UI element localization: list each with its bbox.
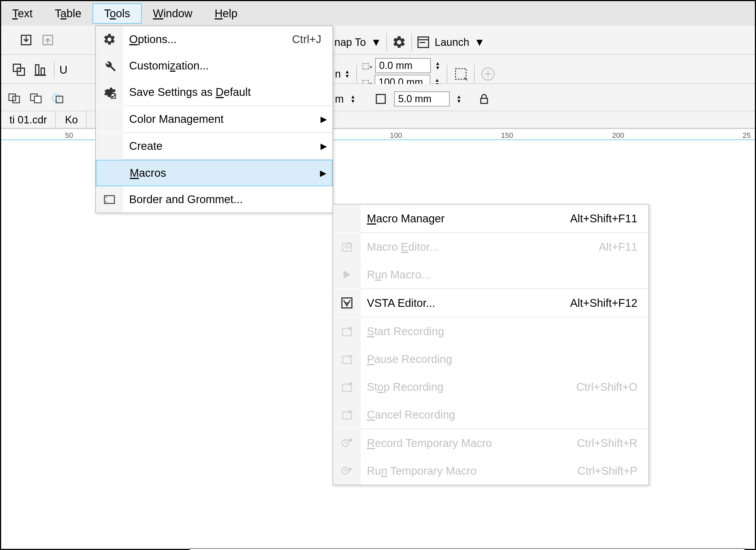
svg-rect-14 (9, 94, 16, 101)
svg-rect-15 (13, 96, 19, 103)
menu-help[interactable]: Help (204, 4, 249, 23)
blank-icon (96, 133, 123, 159)
combine-icon[interactable] (11, 61, 27, 78)
editor-icon (333, 233, 361, 261)
gear-save-icon (96, 79, 123, 105)
menu-tools[interactable]: Tools (92, 3, 142, 24)
export-icon[interactable] (39, 32, 56, 48)
svg-rect-37 (342, 412, 351, 419)
record-start-icon (333, 318, 361, 345)
outline-icon[interactable] (372, 91, 389, 107)
gear-icon[interactable] (392, 35, 406, 49)
menu-window[interactable]: Window (142, 4, 203, 23)
tab-file-1[interactable]: ti 01.cdr (1, 111, 56, 129)
add-icon[interactable] (480, 66, 496, 82)
record-pause-icon (333, 345, 361, 373)
page-boundary (189, 548, 745, 550)
svg-rect-32 (342, 356, 351, 364)
menu-item-border-grommet[interactable]: Border and Grommet... (96, 186, 332, 212)
svg-rect-34 (351, 355, 352, 358)
vsta-icon (333, 289, 361, 317)
submenu-arrow-icon: ▶ (320, 168, 332, 178)
separator (386, 33, 387, 51)
svg-point-27 (114, 201, 115, 202)
spinner[interactable]: ▲▼ (349, 94, 357, 103)
svg-rect-17 (34, 96, 41, 103)
wrench-icon (96, 52, 123, 79)
svg-rect-33 (349, 355, 350, 358)
n-label: n (335, 68, 341, 80)
units-label: U (59, 64, 67, 76)
ruler-tick: 50 (65, 131, 73, 140)
blank-icon (333, 204, 361, 232)
shortcut: Ctrl+J (292, 33, 332, 46)
submenu-item-vsta-editor[interactable]: VSTA Editor... Alt+Shift+F12 (333, 289, 649, 317)
submenu-item-stop-recording: Stop Recording Ctrl+Shift+O (333, 373, 649, 401)
menu-item-color-management[interactable]: Color Management ▶ (96, 106, 332, 132)
border-grommet-icon (96, 186, 123, 212)
separator (356, 65, 357, 83)
menu-item-create[interactable]: Create ▶ (96, 133, 332, 159)
submenu-arrow-icon: ▶ (321, 141, 332, 151)
submenu-item-run-macro: Run Macro... (333, 261, 649, 289)
menu-item-macros[interactable]: Macros ▶ (96, 160, 332, 186)
x-offset-icon: ⬚ₓ (362, 61, 372, 70)
ruler-tick: 150 (501, 131, 513, 140)
macros-submenu: Macro Manager Alt+Shift+F11 Macro Editor… (332, 204, 649, 485)
x-offset-input[interactable]: 0.0 mm (375, 58, 431, 73)
separator (474, 65, 475, 83)
menu-item-customization[interactable]: Customization... (96, 52, 332, 79)
menu-table[interactable]: Table (44, 4, 92, 23)
outline-width-input[interactable]: 5.0 mm (394, 91, 450, 106)
snap-to-label[interactable]: nap To (334, 36, 366, 48)
blank-icon (96, 106, 123, 132)
bounds-icon[interactable] (452, 66, 469, 82)
shortcut: Alt+Shift+F11 (570, 212, 649, 225)
temp-record-icon (333, 429, 361, 457)
trim-icon[interactable] (28, 89, 44, 106)
submenu-item-cancel-recording: Cancel Recording (333, 401, 649, 429)
launch-label[interactable]: Launch (435, 36, 469, 48)
menubar: Text Table Tools Window Help (1, 1, 755, 26)
submenu-item-macro-manager[interactable]: Macro Manager Alt+Shift+F11 (333, 204, 649, 232)
separator (411, 33, 412, 51)
gear-icon (96, 26, 123, 52)
menu-item-save-default[interactable]: Save Settings as Default (96, 79, 332, 105)
align-icon[interactable] (32, 61, 49, 78)
menu-item-options[interactable]: Options... Ctrl+J (96, 26, 332, 52)
svg-rect-36 (349, 383, 352, 385)
tab-file-2[interactable]: Ko (57, 111, 87, 129)
submenu-item-macro-editor: Macro Editor... Alt+F11 (333, 233, 649, 261)
svg-rect-21 (481, 98, 487, 103)
submenu-item-record-temp-macro: Record Temporary Macro Ctrl+Shift+R (333, 429, 649, 457)
dropdown-arrow-icon[interactable]: ▼ (474, 36, 485, 48)
shortcut: Ctrl+Shift+R (577, 437, 649, 449)
svg-rect-20 (376, 94, 385, 103)
blank-icon (96, 160, 124, 186)
submenu-item-run-temp-macro: Run Temporary Macro Ctrl+Shift+P (333, 457, 649, 485)
svg-rect-8 (41, 68, 44, 75)
weld-icon[interactable] (6, 89, 23, 106)
ruler-tick: 25 (743, 131, 751, 140)
menu-text[interactable]: Text (1, 4, 44, 23)
separator (447, 65, 447, 83)
svg-point-24 (106, 197, 107, 198)
shortcut: Ctrl+Shift+O (576, 381, 649, 393)
spinner[interactable]: ▲▼ (455, 94, 463, 103)
svg-point-39 (349, 439, 352, 442)
shortcut: Ctrl+Shift+P (577, 465, 649, 477)
svg-point-26 (106, 201, 107, 202)
spinner[interactable]: ▲▼ (434, 61, 442, 70)
import-icon[interactable] (18, 32, 34, 48)
record-cancel-icon (333, 401, 361, 429)
dropdown-arrow-icon[interactable]: ▼ (371, 36, 381, 48)
spinner[interactable]: ▲▼ (343, 69, 351, 78)
record-stop-icon (333, 373, 361, 401)
separator (54, 61, 54, 79)
lock-icon[interactable] (476, 91, 492, 107)
svg-point-25 (114, 197, 115, 198)
temp-run-icon (333, 457, 361, 485)
submenu-item-start-recording: Start Recording (333, 318, 649, 345)
launch-panel-icon[interactable] (417, 36, 430, 49)
intersect-icon[interactable] (49, 89, 66, 106)
